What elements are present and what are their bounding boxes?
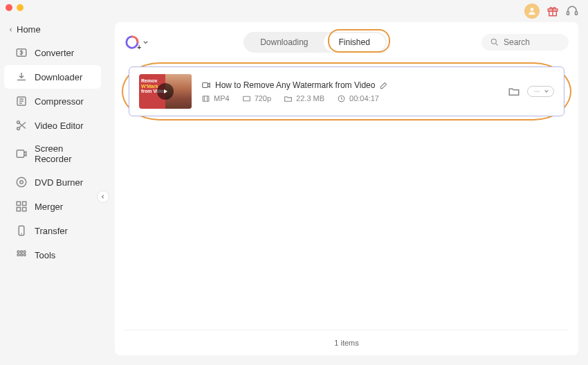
sidebar-item-video-editor[interactable]: Video Editor [4,114,101,137]
folder-icon [284,94,293,103]
video-thumbnail: Remov W'Mark from Video [139,74,192,109]
search-input[interactable] [504,37,559,47]
sidebar-item-downloader[interactable]: Downloader [4,65,101,89]
chevron-down-icon [544,89,549,94]
svg-point-33 [534,91,535,91]
search-icon [490,37,499,47]
svg-point-8 [17,121,20,124]
svg-rect-16 [23,208,26,211]
tab-downloading[interactable]: Downloading [245,33,323,51]
tab-segmented-control: Downloading Finished [244,32,387,53]
sidebar-item-converter[interactable]: Converter [4,41,101,64]
edit-icon[interactable] [379,80,389,90]
item-title: How to Remove Any Watermark from Video [215,80,375,90]
scissors-icon [15,119,28,132]
sidebar-item-label: Tools [35,250,55,260]
sidebar-item-screen-recorder[interactable]: Screen Recorder [4,138,101,170]
meta-format: MP4 [201,94,230,103]
annotation-highlight: Remov W'Mark from Video How to Remove An… [122,62,571,121]
recorder-icon [15,148,28,160]
svg-point-24 [24,254,26,256]
resolution-icon [242,94,251,103]
svg-point-19 [17,251,19,253]
sidebar-item-merger[interactable]: Merger [4,195,101,218]
chevron-left-icon [100,194,106,199]
svg-point-11 [17,177,26,187]
chevron-left-icon [8,27,14,33]
play-icon [157,83,174,100]
add-download-button[interactable]: + [125,35,149,50]
svg-point-20 [21,251,23,253]
grid-icon [15,249,28,261]
svg-point-12 [20,181,24,184]
svg-rect-31 [243,96,250,101]
sidebar-item-label: Screen Recorder [35,143,90,164]
sidebar-item-label: Converter [35,48,74,58]
window-close-button[interactable] [6,4,12,11]
chevron-down-icon [143,39,149,46]
folder-icon [508,85,520,98]
svg-point-23 [21,254,23,256]
svg-point-35 [538,91,539,91]
svg-rect-13 [17,202,20,205]
svg-rect-28 [203,96,209,101]
sidebar-home-label: Home [17,24,41,35]
compressor-icon [15,95,28,107]
svg-line-26 [496,44,498,46]
sidebar-item-label: Downloader [35,72,82,82]
transfer-icon [15,224,28,237]
svg-rect-10 [17,150,24,158]
ellipsis-icon [532,88,542,95]
svg-point-9 [17,127,20,130]
sidebar-item-dvd-burner[interactable]: DVD Burner [4,170,101,194]
svg-point-22 [17,254,19,256]
disc-icon [15,176,28,188]
sidebar-item-transfer[interactable]: Transfer [4,219,101,242]
merger-icon [15,200,28,213]
more-actions-button[interactable] [527,86,554,97]
meta-duration: 00:04:17 [337,94,379,103]
sidebar-item-tools[interactable]: Tools [4,243,101,267]
window-titlebar [0,0,588,15]
svg-rect-4 [567,12,569,15]
clock-icon [337,94,346,103]
sidebar-home[interactable]: Home [0,19,105,40]
sidebar-item-label: DVD Burner [35,177,83,188]
sidebar-item-label: Compressor [35,96,84,107]
window-minimize-button[interactable] [17,4,24,11]
svg-point-0 [531,8,534,11]
sidebar-item-compressor[interactable]: Compressor [4,89,101,113]
download-item[interactable]: Remov W'Mark from Video How to Remove An… [129,66,564,116]
sidebar-collapse-button[interactable] [97,190,109,203]
film-icon [201,94,210,103]
svg-point-21 [24,251,26,253]
tab-finished[interactable]: Finished [324,33,385,51]
meta-size: 22.3 MB [284,94,324,103]
svg-point-25 [491,39,496,44]
meta-resolution: 720p [242,94,271,103]
svg-rect-14 [23,202,26,205]
svg-rect-15 [17,208,20,211]
svg-point-34 [536,91,537,91]
sidebar-item-label: Transfer [35,226,68,236]
sidebar: Home Converter Downloader Compressor Vid… [0,15,105,365]
sidebar-item-label: Video Editor [35,121,84,131]
sidebar-item-label: Merger [35,202,63,212]
plus-icon: + [137,44,141,51]
search-field[interactable] [481,34,569,51]
svg-rect-27 [203,82,208,87]
downloader-icon [15,71,28,83]
svg-rect-5 [576,12,578,15]
video-camera-icon [201,80,211,90]
items-count: 1 items [125,330,569,355]
open-folder-button[interactable] [508,85,520,98]
main-panel: + Downloading Finished [115,22,578,355]
converter-icon [15,46,28,59]
